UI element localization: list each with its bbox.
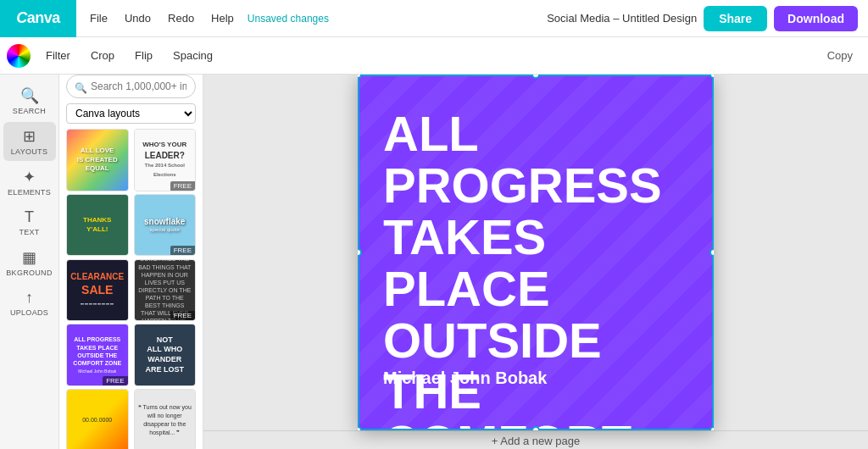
canvas-author-text: Michael John Bobak [383,369,547,388]
unsaved-changes-indicator[interactable]: Unsaved changes [248,13,329,25]
canvas-container: ALL PROGRESS TAKES PLACE OUTSIDE THE COM… [203,75,868,430]
thumb-text-4: snowflake special quote [141,213,188,237]
sidebar-text-label: TEXT [19,228,39,236]
resize-handle-bottom-middle[interactable] [531,426,540,430]
template-thumb-6[interactable]: SOMETIMES THE BAD THINGS THAT HAPPEN IN … [134,259,197,322]
top-navigation: Canva File Undo Redo Help Unsaved change… [0,0,868,37]
add-page-button[interactable]: + Add a new page [478,431,593,449]
sidebar-background-label: BKGROUND [6,269,52,277]
template-thumb-3[interactable]: THANKSY'ALL! [66,194,129,257]
spacing-button[interactable]: Spacing [164,46,221,65]
flip-button[interactable]: Flip [126,46,161,65]
editor-toolbar: Filter Crop Flip Spacing Copy [0,37,868,75]
template-thumb-5[interactable]: CLEARANCESALE━━━━━━━━ [66,259,129,322]
sidebar-uploads-label: UPLOADS [10,308,48,317]
template-thumb-4[interactable]: snowflake special quote FREE [134,194,197,257]
sidebar-icons: 🔍 SEARCH ⊞ LAYOUTS ✦ ELEMENTS T TEXT ▦ B… [0,75,59,449]
sidebar-item-layouts[interactable]: ⊞ LAYOUTS [3,122,56,161]
thumb-preview-3: THANKSY'ALL! [67,195,128,256]
thumb-preview-1: ALL LOVEIS CREATEDEQUAL [67,130,128,191]
thumb-free-badge-2: FREE [170,181,195,191]
thumb-free-badge-6: FREE [170,311,195,320]
thumb-preview-9: 00.00.0000 [67,390,128,449]
layouts-icon: ⊞ [23,127,36,146]
nav-right-area: Social Media – Untitled Design Share Dow… [547,6,868,31]
download-button[interactable]: Download [774,6,858,31]
filter-button[interactable]: Filter [37,46,79,65]
template-thumb-10[interactable]: ❝ Turns out now you will no longer disap… [134,389,197,449]
file-menu-item[interactable]: File [83,8,114,28]
sidebar-layouts-label: LAYOUTS [11,147,47,156]
resize-handle-bottom-right[interactable] [709,426,714,430]
logo-text: Canva [16,9,60,27]
crop-button[interactable]: Crop [82,46,123,65]
redo-menu-item[interactable]: Redo [161,8,201,28]
sidebar-item-background[interactable]: ▦ BKGROUND [3,243,56,282]
sidebar-search-label: SEARCH [13,107,46,115]
undo-menu-item[interactable]: Undo [118,8,158,28]
thumb-text-3: THANKSY'ALL! [80,213,114,237]
copy-label[interactable]: Copy [819,46,861,65]
layouts-select-wrapper: Canva layouts My layouts Team layouts [59,103,203,129]
template-thumb-8[interactable]: NOTALL WHOWANDERARE LOST [134,324,197,386]
template-thumb-9[interactable]: 00.00.0000 [66,389,129,449]
thumb-text-10: ❝ Turns out now you will no longer disap… [135,400,196,440]
thumbnail-grid: ALL LOVEIS CREATEDEQUAL WHO'S YOURLEADER… [59,129,203,449]
thumb-text-5: CLEARANCESALE━━━━━━━━ [67,268,127,312]
thumb-preview-8: NOTALL WHOWANDERARE LOST [135,324,196,385]
sidebar-item-uploads[interactable]: ↑ UPLOADS [3,284,56,322]
canvas-footer: + Add a new page [203,430,868,449]
thumb-free-badge-7: FREE [103,376,127,385]
template-thumb-2[interactable]: WHO'S YOURLEADER?The 2014 School Electio… [134,129,197,191]
template-thumb-1[interactable]: ALL LOVEIS CREATEDEQUAL [66,129,129,191]
thumb-text-2: WHO'S YOURLEADER?The 2014 School Electio… [135,137,196,182]
main-area: 🔍 SEARCH ⊞ LAYOUTS ✦ ELEMENTS T TEXT ▦ B… [0,75,868,449]
thumb-preview-10: ❝ Turns out now you will no longer disap… [135,390,196,449]
thumb-text-1: ALL LOVEIS CREATEDEQUAL [74,143,121,176]
search-input-icon: 🔍 [75,82,87,94]
sidebar-elements-label: ELEMENTS [8,188,51,197]
file-menu: File Undo Redo Help Unsaved changes [76,0,336,37]
thumb-text-9: 00.00.0000 [79,413,115,426]
thumb-preview-5: CLEARANCESALE━━━━━━━━ [67,260,128,321]
document-title: Social Media – Untitled Design [547,12,697,25]
help-menu-item[interactable]: Help [204,8,241,28]
content-panel: 🔍 Canva layouts My layouts Team layouts … [59,75,203,449]
text-icon: T [25,208,34,226]
elements-icon: ✦ [23,168,36,186]
sidebar-item-search[interactable]: 🔍 SEARCH [3,81,56,120]
uploads-icon: ↑ [25,289,33,307]
search-wrapper: 🔍 [59,75,203,103]
thumb-free-badge-4: FREE [170,246,195,255]
thumb-text-7: ALL PROGRESS TAKES PLACE OUTSIDE THE COM… [67,332,128,377]
share-button[interactable]: Share [704,6,767,31]
layouts-dropdown[interactable]: Canva layouts My layouts Team layouts [66,103,196,124]
resize-handle-right-middle[interactable] [709,248,714,257]
canva-logo[interactable]: Canva [0,0,76,37]
design-canvas[interactable]: ALL PROGRESS TAKES PLACE OUTSIDE THE COM… [358,75,714,430]
search-icon: 🔍 [20,86,39,105]
canvas-area: ALL PROGRESS TAKES PLACE OUTSIDE THE COM… [203,75,868,449]
template-thumb-7[interactable]: ALL PROGRESS TAKES PLACE OUTSIDE THE COM… [66,324,129,386]
sidebar-item-elements[interactable]: ✦ ELEMENTS [3,163,56,202]
left-panel: 🔍 SEARCH ⊞ LAYOUTS ✦ ELEMENTS T TEXT ▦ B… [0,75,203,449]
thumb-text-8: NOTALL WHOWANDERARE LOST [142,332,187,379]
sidebar-item-text[interactable]: T TEXT [3,203,56,241]
background-icon: ▦ [22,248,36,267]
color-filter-icon[interactable] [7,44,31,68]
